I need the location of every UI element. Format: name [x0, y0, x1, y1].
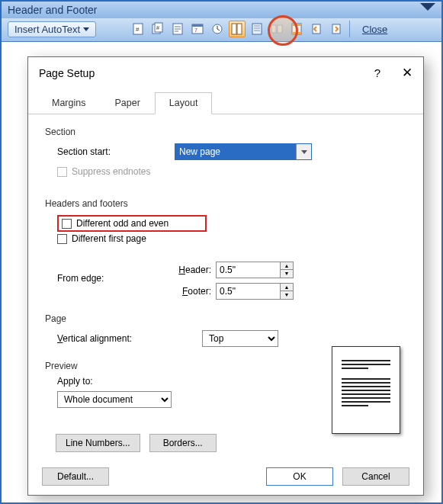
same-as-prev-icon[interactable] — [268, 21, 285, 37]
num-pages-icon[interactable]: # — [149, 21, 166, 37]
borders-button[interactable]: Borders... — [149, 434, 217, 452]
header-spinner[interactable]: ▲▼ — [216, 262, 294, 278]
insert-autotext-button[interactable]: Insert AutoText — [8, 21, 96, 37]
collapse-arrow-icon[interactable] — [420, 3, 435, 11]
footer-input[interactable] — [216, 283, 280, 300]
section-start-label: Section start: — [57, 146, 175, 157]
separator — [349, 21, 350, 37]
toolbar-title: Header and Footer — [2, 2, 441, 18]
line-numbers-button[interactable]: Line Numbers... — [56, 434, 140, 452]
svg-rect-14 — [278, 25, 282, 33]
checkbox-icon — [57, 167, 67, 177]
section-group-label: Section — [45, 127, 406, 137]
page-group-label: Page — [45, 313, 406, 324]
vertical-alignment-label: Vertical alignment: — [57, 333, 175, 344]
page-setup-icon[interactable] — [229, 21, 246, 37]
apply-to-dropdown[interactable]: Whole document — [57, 391, 172, 408]
different-odd-even-checkbox[interactable]: Different odd and even — [62, 218, 169, 229]
show-next-icon[interactable] — [328, 21, 345, 37]
spin-down-icon[interactable]: ▼ — [281, 270, 293, 278]
page-number-icon[interactable]: # — [130, 21, 146, 37]
suppress-endnotes-checkbox: Suppress endnotes — [57, 166, 150, 177]
ok-button[interactable]: OK — [266, 467, 333, 486]
vertical-alignment-dropdown[interactable]: Top — [202, 330, 278, 347]
tab-paper[interactable]: Paper — [100, 92, 154, 114]
chevron-down-icon — [296, 144, 311, 159]
svg-rect-7 — [192, 24, 203, 27]
dialog-title: Page Setup — [39, 67, 95, 79]
time-icon[interactable] — [209, 21, 226, 37]
default-button[interactable]: Default... — [42, 467, 109, 486]
svg-text:#: # — [136, 26, 140, 33]
different-first-page-checkbox[interactable]: Different first page — [57, 233, 146, 244]
close-button[interactable]: ✕ — [402, 65, 413, 81]
spin-down-icon[interactable]: ▼ — [281, 291, 293, 299]
tab-layout[interactable]: Layout — [155, 92, 213, 114]
svg-text:#: # — [156, 25, 159, 30]
svg-rect-12 — [252, 24, 262, 34]
toolbar-close-button[interactable]: Close — [358, 24, 392, 35]
svg-rect-10 — [232, 24, 236, 34]
from-edge-label: From edge: — [57, 273, 175, 284]
preview-thumbnail — [332, 346, 400, 434]
svg-text:7: 7 — [194, 27, 197, 33]
annotation-highlight-box: Different odd and even — [57, 215, 207, 232]
svg-rect-19 — [332, 24, 340, 34]
page-setup-dialog: Page Setup ? ✕ Margins Paper Layout Sect… — [27, 56, 424, 496]
show-hide-doc-icon[interactable] — [249, 21, 265, 37]
caret-down-icon — [83, 27, 89, 31]
section-start-dropdown[interactable]: New page — [175, 143, 312, 160]
spin-up-icon[interactable]: ▲ — [281, 284, 293, 292]
footer-spinner[interactable]: ▲▼ — [216, 283, 294, 300]
spin-up-icon[interactable]: ▲ — [281, 262, 293, 271]
header-input[interactable] — [216, 262, 280, 278]
footer-label: Footer: — [175, 286, 211, 297]
toolbar: Insert AutoText # # 7 Close — [2, 18, 441, 42]
checkbox-icon — [57, 234, 67, 244]
svg-rect-16 — [292, 24, 301, 26]
checkbox-icon — [62, 219, 72, 229]
header-label: Header: — [175, 265, 211, 275]
tab-bar: Margins Paper Layout — [28, 91, 423, 114]
show-prev-icon[interactable] — [308, 21, 325, 37]
svg-rect-11 — [237, 24, 242, 34]
format-page-num-icon[interactable] — [169, 21, 186, 37]
headers-footers-group-label: Headers and footers — [45, 198, 406, 209]
help-button[interactable]: ? — [374, 66, 380, 79]
date-icon[interactable]: 7 — [189, 21, 206, 37]
svg-rect-17 — [292, 32, 301, 34]
cancel-button[interactable]: Cancel — [342, 467, 409, 486]
switch-hf-icon[interactable] — [288, 21, 305, 37]
tab-margins[interactable]: Margins — [37, 92, 100, 114]
svg-rect-13 — [271, 25, 276, 33]
